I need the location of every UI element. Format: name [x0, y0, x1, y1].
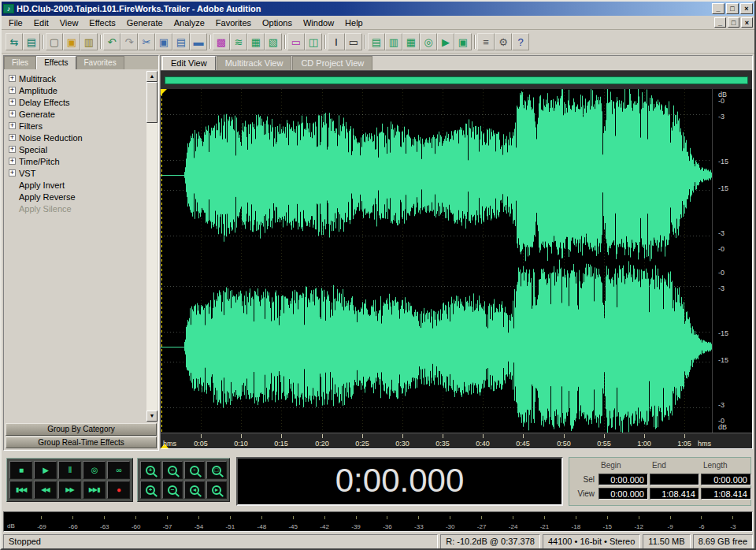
rewind-button[interactable]: ◀◀ [34, 481, 57, 499]
menu-generate[interactable]: Generate [121, 17, 169, 28]
record-button[interactable]: ● [107, 481, 130, 499]
waveform-view-button[interactable]: ≋ [230, 33, 247, 50]
tree-item-apply-silence[interactable]: Apply Silence [5, 203, 146, 214]
group-by-category-button[interactable]: Group By Category [6, 423, 157, 436]
cd-project-grid-button[interactable]: ▧ [265, 33, 282, 50]
tab-files[interactable]: Files [4, 56, 36, 69]
scroll-thumb[interactable] [146, 82, 158, 123]
zoom-selection-right-button[interactable]: ▸ [206, 481, 227, 499]
switch-workspace-button[interactable]: ⇆ [6, 33, 23, 50]
go-to-end-button[interactable]: ▶▶▮ [83, 481, 106, 499]
tree-item-apply-reverse[interactable]: Apply Reverse [5, 191, 146, 203]
expand-icon[interactable]: + [9, 87, 16, 94]
time-display[interactable]: 0:00.000 [236, 457, 563, 506]
zoom-in-vertical-button[interactable]: + [140, 481, 161, 499]
playhead-marker-icon[interactable] [161, 89, 167, 95]
paste-button[interactable]: ▤ [172, 33, 190, 50]
tab-cd-project-view[interactable]: CD Project View [292, 56, 372, 70]
tab-favorites[interactable]: Favorites [76, 56, 124, 69]
play-button[interactable]: ▶ [34, 461, 57, 479]
go-to-beginning-button[interactable]: ▮◀◀ [9, 481, 32, 499]
child-window-minimize-button[interactable]: _ [714, 17, 726, 28]
tree-item-filters[interactable]: +Filters [5, 120, 146, 132]
zoom-full-button[interactable]: ▫ [184, 461, 205, 479]
expand-icon[interactable]: + [9, 110, 16, 117]
marquee-selection-tool-button[interactable]: ▭ [345, 33, 362, 50]
tree-item-delay-effects[interactable]: +Delay Effects [5, 96, 146, 108]
view-begin-value[interactable]: 0:00.000 [598, 488, 648, 500]
device-settings-button[interactable]: ⚙ [495, 33, 512, 50]
stop-button[interactable]: ■ [9, 461, 32, 479]
tree-item-vst[interactable]: +VST [5, 167, 146, 179]
menu-analyze[interactable]: Analyze [169, 17, 210, 28]
show-panels-button[interactable]: ▤ [23, 33, 40, 50]
child-window-close-button[interactable]: × [741, 17, 753, 28]
show-zoom-controls-button[interactable]: ◎ [420, 33, 437, 50]
scroll-up-icon[interactable]: ▲ [146, 71, 158, 82]
expand-icon[interactable]: + [9, 122, 16, 129]
tree-item-generate[interactable]: +Generate [5, 108, 146, 120]
show-mixer-button[interactable]: ▦ [402, 33, 420, 50]
view-end-value[interactable]: 1:08.414 [650, 488, 699, 500]
tree-item-special[interactable]: +Special [5, 143, 146, 155]
expand-icon[interactable]: + [9, 75, 16, 82]
help-button[interactable]: ? [512, 33, 529, 50]
expand-icon[interactable]: + [9, 158, 16, 165]
expand-icon[interactable]: + [9, 146, 16, 153]
waveform-display[interactable] [161, 89, 712, 433]
open-file-button[interactable]: ▣ [63, 33, 80, 50]
menu-file[interactable]: File [3, 17, 28, 28]
level-meter[interactable]: dB-69-66-63-60-57-54-51-48-45-42-39-36-3… [3, 511, 753, 532]
scripts-batch-button[interactable]: ≡ [477, 33, 495, 50]
convert-sample-type-button[interactable]: ▭ [287, 33, 305, 50]
tab-multitrack-view[interactable]: Multitrack View [217, 56, 292, 70]
timeline-ruler[interactable]: hms0:050:100:150:200:250:300:350:400:450… [161, 433, 752, 448]
menu-help[interactable]: Help [339, 17, 369, 28]
menu-options[interactable]: Options [257, 17, 298, 28]
sel-begin-value[interactable]: 0:00.000 [598, 474, 648, 485]
tree-item-multitrack[interactable]: +Multitrack [5, 72, 146, 84]
tab-edit-view[interactable]: Edit View [162, 56, 216, 70]
tree-item-noise-reduction[interactable]: +Noise Reduction [5, 132, 146, 143]
menu-favorites[interactable]: Favorites [210, 17, 257, 28]
show-cue-list-button[interactable]: ▤ [368, 33, 385, 50]
zoom-selection-left-button[interactable]: ◂ [184, 481, 205, 499]
tree-item-amplitude[interactable]: +Amplitude [5, 84, 146, 96]
zoom-to-selection-button[interactable]: □ [206, 461, 227, 479]
copy-button[interactable]: ▣ [155, 33, 172, 50]
channel-mixer-button[interactable]: ◫ [305, 33, 322, 50]
multitrack-grid-button[interactable]: ▦ [247, 33, 265, 50]
time-selection-tool-button[interactable]: Ⅰ [328, 33, 345, 50]
show-time-display-button[interactable]: ▣ [454, 33, 472, 50]
save-file-button[interactable]: ▥ [80, 33, 98, 50]
new-file-button[interactable]: ▢ [46, 33, 63, 50]
expand-icon[interactable]: + [9, 169, 16, 177]
group-real-time-effects-button[interactable]: Group Real-Time Effects [6, 437, 157, 449]
tree-item-time-pitch[interactable]: +Time/Pitch [5, 155, 146, 167]
undo-button[interactable]: ↶ [103, 33, 120, 50]
tree-item-apply-invert[interactable]: Apply Invert [5, 179, 146, 191]
show-play-list-button[interactable]: ▥ [385, 33, 402, 50]
menu-effects[interactable]: Effects [83, 17, 120, 28]
spectral-view-button[interactable]: ▩ [213, 33, 230, 50]
pause-button[interactable]: Ⅱ [58, 461, 81, 479]
effects-scrollbar[interactable]: ▲ ▼ [146, 71, 158, 422]
zoom-out-horizontal-button[interactable]: − [162, 461, 183, 479]
expand-icon[interactable]: + [9, 98, 16, 106]
menu-view[interactable]: View [54, 17, 84, 28]
redo-button[interactable]: ↷ [120, 33, 138, 50]
scroll-down-icon[interactable]: ▼ [146, 411, 158, 422]
menu-edit[interactable]: Edit [28, 17, 54, 28]
zoom-out-vertical-button[interactable]: − [162, 481, 183, 499]
amplitude-ruler[interactable]: dB-0-3-15-15-3-0-0-3-15-15-3-0dB [712, 89, 752, 433]
menu-window[interactable]: Window [298, 17, 339, 28]
view-length-value[interactable]: 1:08.414 [701, 488, 751, 500]
tab-effects[interactable]: Effects [36, 56, 76, 69]
play-from-cursor-button[interactable]: ◎ [83, 461, 106, 479]
play-looped-button[interactable]: ∞ [107, 461, 130, 479]
zoom-in-horizontal-button[interactable]: + [140, 461, 161, 479]
window-minimize-button[interactable]: _ [712, 3, 724, 14]
child-window-restore-button[interactable]: □ [728, 17, 739, 28]
sel-length-value[interactable]: 0:00.000 [701, 474, 751, 485]
trim-button[interactable]: ▬ [190, 33, 207, 50]
